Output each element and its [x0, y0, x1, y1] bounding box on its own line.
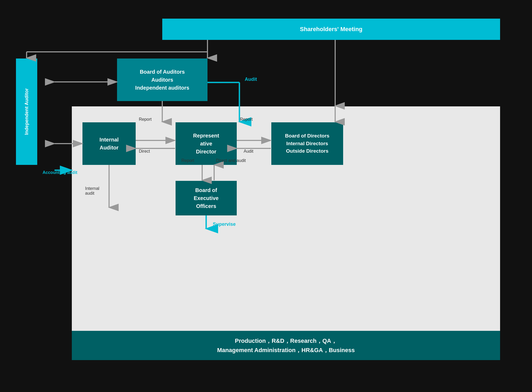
shareholders-meeting-box: Shareholders' Meeting	[162, 19, 500, 40]
internal-auditor-label: Internal Auditor	[99, 136, 119, 152]
audit-label: Audit	[245, 77, 257, 82]
independent-auditor-box: Independent Auditor	[16, 59, 37, 165]
board-of-directors-box: Board of Directors Internal Directors Ou…	[271, 122, 343, 165]
report-label-left: Report	[139, 117, 152, 122]
internal-audit-label: Internalaudit	[85, 186, 99, 196]
supervise-label: Supervise	[213, 222, 236, 227]
report-label-up: Report	[181, 158, 194, 163]
audit-label-small: Audit	[244, 149, 253, 154]
bottom-departments-box: Production，R&D，Research，QA， Management A…	[72, 331, 500, 360]
bottom-departments-label: Production，R&D，Research，QA， Management A…	[217, 336, 355, 355]
report-label-right: Report	[240, 117, 253, 122]
board-of-auditors-box: Board of Auditors Auditors Independent a…	[117, 59, 207, 101]
exec-officers-label: Board of Executive Officers	[194, 186, 218, 210]
shareholders-meeting-label: Shareholders' Meeting	[300, 26, 362, 33]
internal-auditor-box: Internal Auditor	[82, 122, 136, 165]
accounting-audit-label: Accounting audit	[43, 170, 77, 175]
exec-officers-box: Board of Executive Officers	[176, 181, 237, 215]
representative-director-label: Represent ative Director	[193, 132, 219, 156]
direct-label-left: Direct	[139, 149, 150, 154]
direct-and-audit-label: Direct and audit	[216, 158, 246, 163]
board-of-auditors-label: Board of Auditors Auditors Independent a…	[135, 68, 189, 92]
board-of-directors-label: Board of Directors Internal Directors Ou…	[285, 132, 330, 155]
independent-auditor-label: Independent Auditor	[24, 88, 30, 135]
